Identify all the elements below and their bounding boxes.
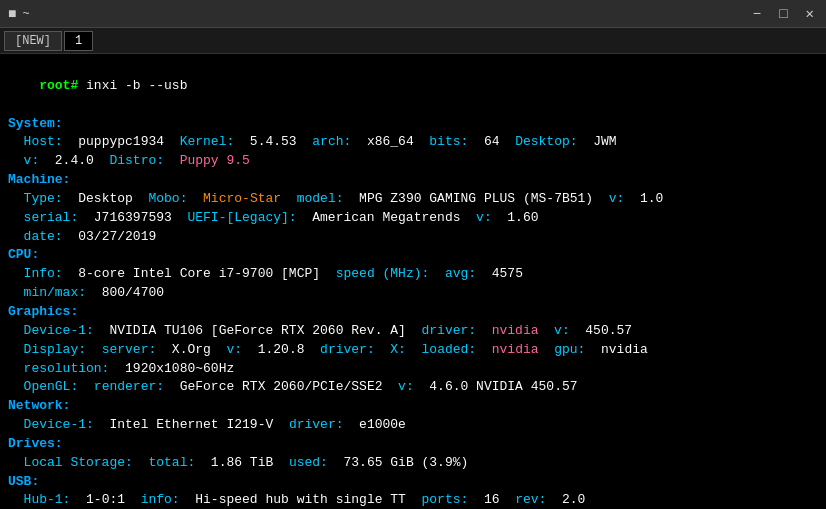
- line-cpu-minmax: min/max: 800/4700: [8, 284, 818, 303]
- window-controls: − □ ✕: [749, 3, 818, 24]
- section-machine: Machine:: [8, 171, 818, 190]
- line-type: Type: Desktop Mobo: Micro-Star model: MP…: [8, 190, 818, 209]
- close-button[interactable]: ✕: [802, 3, 818, 24]
- title-bar-left: ■ ~: [8, 6, 30, 22]
- line-host: Host: puppypc1934 Kernel: 5.4.53 arch: x…: [8, 133, 818, 152]
- line-storage: Local Storage: total: 1.86 TiB used: 73.…: [8, 454, 818, 473]
- section-graphics: Graphics:: [8, 303, 818, 322]
- section-cpu: CPU:: [8, 246, 818, 265]
- tab-1[interactable]: 1: [64, 31, 93, 51]
- line-date: date: 03/27/2019: [8, 228, 818, 247]
- line-opengl: OpenGL: renderer: GeForce RTX 2060/PCIe/…: [8, 378, 818, 397]
- title-text: ~: [22, 7, 29, 21]
- section-drives: Drives:: [8, 435, 818, 454]
- app-icon: ■: [8, 6, 16, 22]
- line-serial: serial: J716397593 UEFI-[Legacy]: Americ…: [8, 209, 818, 228]
- terminal-prompt-line: root# inxi -b --usb: [8, 58, 818, 115]
- terminal-window[interactable]: root# inxi -b --usb System: Host: puppyp…: [0, 54, 826, 509]
- tab-bar: [NEW] 1: [0, 28, 826, 54]
- section-usb: USB:: [8, 473, 818, 492]
- tab-new[interactable]: [NEW]: [4, 31, 62, 51]
- line-version: v: 2.4.0 Distro: Puppy 9.5: [8, 152, 818, 171]
- command-text: inxi -b --usb: [78, 78, 187, 93]
- section-system: System:: [8, 115, 818, 134]
- maximize-button[interactable]: □: [775, 4, 791, 24]
- line-display: Display: server: X.Org v: 1.20.8 driver:…: [8, 341, 818, 360]
- minimize-button[interactable]: −: [749, 4, 765, 24]
- line-network-device: Device-1: Intel Ethernet I219-V driver: …: [8, 416, 818, 435]
- prompt-text: root#: [39, 78, 78, 93]
- section-network: Network:: [8, 397, 818, 416]
- title-bar: ■ ~ − □ ✕: [0, 0, 826, 28]
- line-resolution: resolution: 1920x1080~60Hz: [8, 360, 818, 379]
- line-cpu-info: Info: 8-core Intel Core i7-9700 [MCP] sp…: [8, 265, 818, 284]
- line-hub-1: Hub-1: 1-0:1 info: Hi-speed hub with sin…: [8, 491, 818, 509]
- line-gpu-device: Device-1: NVIDIA TU106 [GeForce RTX 2060…: [8, 322, 818, 341]
